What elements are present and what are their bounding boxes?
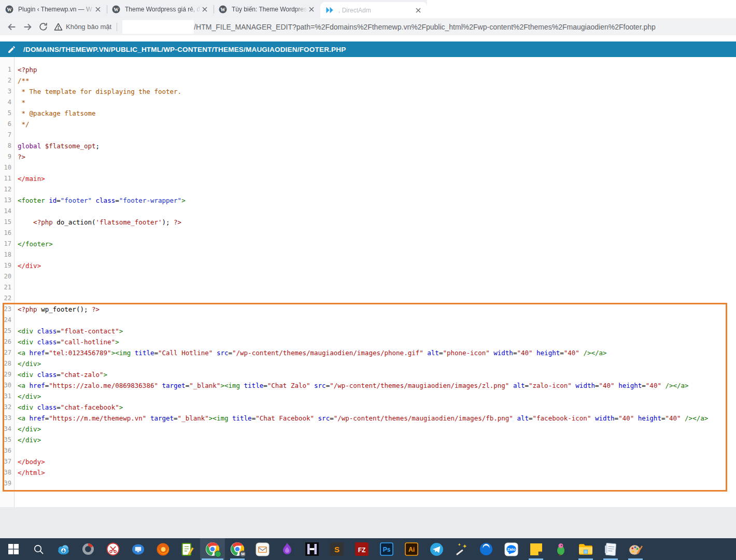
taskbar-item-cloud-app[interactable] (51, 538, 76, 560)
tab-title: Tùy biến: Theme Wordpres (232, 6, 307, 13)
taskbar-item-coccoc-browser[interactable] (474, 538, 499, 560)
tab-wp-customize[interactable]: WTùy biến: Theme Wordpres (214, 0, 320, 18)
taskbar-item-ring-app[interactable] (76, 538, 101, 560)
back-button[interactable] (4, 19, 20, 35)
code-line-7[interactable]: 7 (0, 130, 736, 141)
line-number: 13 (0, 195, 14, 206)
code-line-16[interactable]: 16 (0, 228, 736, 239)
code-line-35[interactable]: 35</div> (0, 435, 736, 445)
taskbar-item-chrome-profile[interactable]: M (225, 538, 250, 560)
code-line-4[interactable]: 4 * (0, 97, 736, 108)
mail-app-icon (255, 542, 270, 556)
code-text: <div class="chat-facebook"> (14, 402, 123, 413)
code-line-1[interactable]: 1<?php (0, 64, 736, 75)
code-line-21[interactable]: 21 (0, 282, 736, 293)
tab-close-icon[interactable] (307, 5, 316, 13)
code-line-39[interactable]: 39 (0, 478, 736, 489)
forward-icon (22, 21, 33, 33)
taskbar-item-paint[interactable] (623, 538, 648, 560)
taskbar-item-flame-app[interactable] (275, 538, 300, 560)
code-line-33[interactable]: 33<a href="https://m.me/themewp.vn" targ… (0, 413, 736, 424)
code-line-9[interactable]: 9?> (0, 151, 736, 162)
code-line-27[interactable]: 27<a href="tel:0123456789"><img title="C… (0, 347, 736, 358)
taskbar-item-remote-desktop-app[interactable] (125, 538, 150, 560)
code-line-2[interactable]: 2/** (0, 75, 736, 86)
code-line-3[interactable]: 3 * The template for displaying the foot… (0, 86, 736, 97)
taskbar-item-h-app[interactable] (300, 538, 324, 560)
code-line-12[interactable]: 12 (0, 184, 736, 195)
code-line-15[interactable]: 15 <?php do_action('flatsome_footer'); ?… (0, 217, 736, 228)
code-line-10[interactable]: 10 (0, 162, 736, 173)
code-line-6[interactable]: 6 */ (0, 119, 736, 130)
tab-wp-theme-shop[interactable]: WTheme Wordpress giá rẻ, đ (107, 0, 214, 18)
zalo-icon: Zalo (504, 542, 518, 556)
line-number: 17 (0, 239, 14, 249)
code-line-32[interactable]: 32<div class="chat-facebook"> (0, 402, 736, 413)
line-number: 15 (0, 217, 14, 228)
taskbar-item-firefox[interactable] (150, 538, 175, 560)
code-line-22[interactable]: 22 (0, 293, 736, 304)
taskbar-item-sticky-notes[interactable] (523, 538, 548, 560)
code-line-8[interactable]: 8global $flatsome_opt; (0, 141, 736, 151)
code-line-36[interactable]: 36 (0, 445, 736, 456)
code-line-14[interactable]: 14 (0, 206, 736, 217)
tab-close-icon[interactable] (94, 5, 102, 13)
taskbar-item-recorder-app[interactable] (101, 538, 125, 560)
code-line-31[interactable]: 31</div> (0, 391, 736, 402)
code-line-29[interactable]: 29<div class="chat-zalo"> (0, 369, 736, 380)
taskbar-item-notepad-plus-plus[interactable] (175, 538, 200, 560)
code-line-18[interactable]: 18 (0, 249, 736, 260)
taskbar-item-photo-wand-app[interactable] (449, 538, 474, 560)
taskbar-item-photoshop[interactable]: Ps (374, 538, 399, 560)
code-line-19[interactable]: 19</div> (0, 260, 736, 271)
taskbar-item-zalo[interactable]: Zalo (499, 538, 523, 560)
tab-directadmin[interactable]: , DirectAdm (320, 2, 427, 18)
refresh-button[interactable] (35, 19, 51, 35)
chrome-profile-icon: M (230, 542, 245, 556)
code-text: </div> (14, 358, 41, 369)
line-number: 38 (0, 467, 14, 478)
taskbar-item-chrome[interactable] (200, 538, 225, 560)
taskbar-item-mail-app[interactable] (250, 538, 275, 560)
code-text: <?php do_action('flatsome_footer'); ?> (14, 217, 181, 228)
back-icon (6, 21, 18, 33)
taskbar: MSFZPsAiZalo (0, 538, 736, 560)
taskbar-item-search[interactable] (26, 538, 51, 560)
address-bar[interactable]: Không bảo mật /HTM_FILE_MANAGER_EDIT?pat… (54, 18, 736, 35)
code-line-28[interactable]: 28</div> (0, 358, 736, 369)
taskbar-item-sublime-text[interactable]: S (324, 538, 349, 560)
code-text: <div class="chat-zalo"> (14, 369, 107, 380)
tab-close-icon[interactable] (201, 5, 209, 13)
code-line-20[interactable]: 20 (0, 271, 736, 282)
code-line-25[interactable]: 25<div class="float-contact"> (0, 326, 736, 337)
page-background (0, 507, 736, 538)
code-line-13[interactable]: 13<footer id="footer" class="footer-wrap… (0, 195, 736, 206)
code-text: </body> (14, 456, 45, 467)
taskbar-item-notepad[interactable] (598, 538, 623, 560)
tab-wp-plugin[interactable]: WPlugin ‹ Themewp.vn — W (0, 0, 107, 18)
code-line-23[interactable]: 23<?php wp_footer(); ?> (0, 304, 736, 315)
code-text: <footer id="footer" class="footer-wrappe… (14, 195, 186, 206)
code-line-24[interactable]: 24 (0, 315, 736, 326)
firefox-icon (155, 542, 170, 556)
forward-button[interactable] (20, 19, 35, 35)
line-number: 25 (0, 326, 14, 337)
taskbar-item-telegram[interactable] (424, 538, 449, 560)
taskbar-item-filezilla[interactable]: FZ (349, 538, 374, 560)
taskbar-item-start[interactable] (1, 538, 26, 560)
line-number: 34 (0, 424, 14, 435)
taskbar-item-parrot-app[interactable] (548, 538, 573, 560)
taskbar-item-illustrator[interactable]: Ai (399, 538, 424, 560)
code-line-34[interactable]: 34</div> (0, 424, 736, 435)
code-line-17[interactable]: 17</footer> (0, 239, 736, 249)
taskbar-item-file-explorer[interactable] (573, 538, 598, 560)
code-line-38[interactable]: 38</html> (0, 467, 736, 478)
code-line-26[interactable]: 26<div class="call-hotline"> (0, 337, 736, 347)
code-line-11[interactable]: 11</main> (0, 173, 736, 184)
tab-close-icon[interactable] (414, 6, 422, 15)
line-number: 18 (0, 249, 14, 260)
code-editor[interactable]: 1<?php2/**3 * The template for displayin… (0, 57, 736, 507)
code-line-30[interactable]: 30<a href="https://zalo.me/0869836386" t… (0, 380, 736, 391)
code-line-5[interactable]: 5 * @package flatsome (0, 108, 736, 119)
code-line-37[interactable]: 37</body> (0, 456, 736, 467)
